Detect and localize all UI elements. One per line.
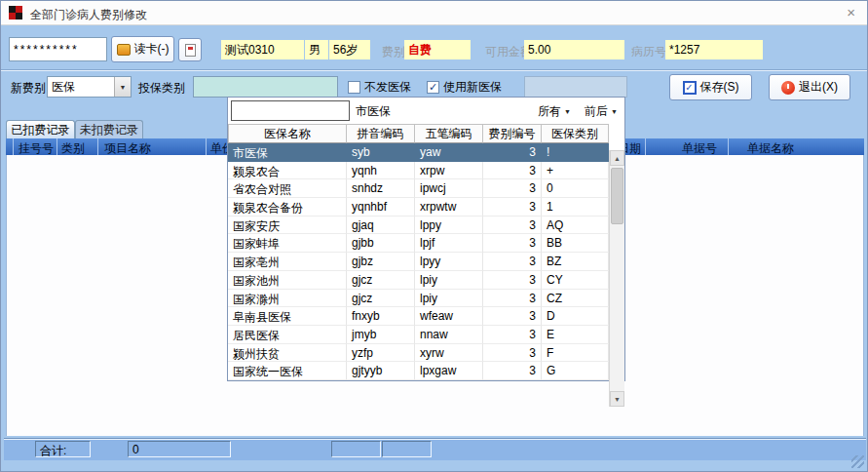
- resize-grip[interactable]: [851, 455, 864, 468]
- insurance-cell: ipwcj: [415, 179, 483, 198]
- save-label: 保存(S): [700, 79, 739, 96]
- total-label: 合计:: [35, 441, 91, 457]
- insurance-table: 医保名称 拼音编码 五笔编码 费别编号 医保类别 市医保sybyaw3!颍泉农合…: [228, 124, 624, 380]
- checkbox-box: ✓: [427, 81, 439, 94]
- patient-gender-field: 男: [305, 40, 328, 59]
- insurance-cell: CY: [542, 271, 609, 290]
- record-no-value: *1257: [665, 40, 763, 59]
- chevron-down-icon: ▼: [564, 108, 571, 115]
- use-new-insurance-checkbox[interactable]: ✓ 使用新医保: [427, 79, 502, 96]
- header-wubi-code: 五笔编码: [415, 124, 483, 143]
- insurance-cell: 国家统一医保: [228, 362, 347, 380]
- insure-type-label: 投保类别: [138, 80, 185, 97]
- insurance-cell: 国家蚌埠: [228, 234, 347, 253]
- insurance-cell: snhdz: [347, 179, 415, 198]
- insurance-row[interactable]: 省农合对照snhdzipwcj30: [228, 179, 609, 198]
- insurance-cell: jmyb: [347, 326, 415, 344]
- insurance-row[interactable]: 国家池州gjczlpiy3CY: [228, 271, 609, 290]
- filter-all-dropdown[interactable]: 所有 ▼: [538, 103, 571, 120]
- insurance-row[interactable]: 颍泉农合备份yqnhbfxrpwtw31: [228, 198, 609, 216]
- insurance-cell: 省农合对照: [228, 179, 347, 198]
- insurance-cell: 3: [483, 271, 542, 290]
- insurance-cell: yqnh: [347, 162, 415, 180]
- insurance-cell: syb: [347, 143, 415, 162]
- footer-field-2: [382, 441, 432, 457]
- insurance-cell: yqnhbf: [347, 198, 415, 216]
- window-title: 全部门诊病人费别修改: [30, 7, 147, 23]
- insurance-cell: gjaq: [347, 216, 415, 235]
- insurance-cell: gjbb: [347, 234, 415, 253]
- insurance-cell: lpiy: [415, 271, 483, 290]
- insurance-row[interactable]: 居民医保jmybnnaw3E: [228, 326, 609, 344]
- insurance-cell: BZ: [542, 253, 609, 271]
- insurance-cell: lpxgaw: [415, 362, 483, 380]
- tab-undeducted-records[interactable]: 未扣费记录: [75, 120, 143, 138]
- insurance-row[interactable]: 国家安庆gjaqlppy3AQ: [228, 216, 609, 235]
- document-button[interactable]: [178, 38, 202, 61]
- scrollbar[interactable]: ▲ ▼: [609, 150, 624, 407]
- tab-deducted-records[interactable]: 已扣费记录: [6, 120, 75, 138]
- read-card-button[interactable]: 读卡(-): [111, 36, 174, 62]
- insurance-cell: lpiy: [415, 290, 483, 308]
- insurance-cell: 阜南县医保: [228, 307, 347, 326]
- insurance-row[interactable]: 颍州扶贫yzfpxyrw3F: [228, 344, 609, 363]
- insure-type-input[interactable]: [193, 76, 338, 98]
- save-button[interactable]: ✓ 保存(S): [669, 74, 752, 100]
- column-separator: [57, 138, 57, 155]
- exit-button[interactable]: 退出(X): [769, 74, 850, 100]
- insurance-row[interactable]: 市医保sybyaw3!: [228, 143, 609, 162]
- insurance-cell: 市医保: [228, 143, 347, 162]
- insurance-row[interactable]: 颍泉农合yqnhxrpw3+: [228, 162, 609, 180]
- close-icon[interactable]: ×: [847, 5, 855, 20]
- insurance-cell: AQ: [542, 216, 609, 235]
- insurance-row[interactable]: 国家蚌埠gjbblpjf3BB: [228, 234, 609, 253]
- insurance-row[interactable]: 国家亳州gjbzlpyy3BZ: [228, 253, 609, 271]
- scrollbar-thumb[interactable]: [611, 168, 623, 224]
- new-fee-combobox[interactable]: 医保 ▼: [47, 76, 132, 98]
- insurance-cell: 0: [542, 179, 609, 198]
- new-fee-label: 新费别: [11, 80, 46, 97]
- column-separator: [645, 138, 646, 155]
- scroll-down-icon[interactable]: ▼: [610, 391, 624, 407]
- card-reader-icon: [117, 44, 131, 56]
- insurance-cell: G: [542, 362, 609, 380]
- power-icon: [781, 81, 795, 95]
- no-send-insurance-checkbox[interactable]: 不发医保: [348, 79, 411, 96]
- footer-field-1: [331, 441, 381, 457]
- insurance-cell: 3: [483, 326, 542, 344]
- filter-order-dropdown[interactable]: 前后 ▼: [585, 103, 618, 120]
- header-pinyin-code: 拼音编码: [347, 124, 415, 143]
- insurance-row[interactable]: 阜南县医保fnxybwfeaw3D: [228, 307, 609, 326]
- insurance-cell: wfeaw: [415, 307, 483, 326]
- scroll-up-icon[interactable]: ▲: [610, 150, 624, 166]
- insurance-cell: 国家亳州: [228, 253, 347, 271]
- insurance-cell: 3: [483, 362, 542, 380]
- insurance-cell: 颍州扶贫: [228, 344, 347, 363]
- read-card-label: 读卡(-): [134, 41, 170, 58]
- chevron-down-icon: ▼: [114, 77, 131, 97]
- column-separator: [13, 138, 14, 155]
- insurance-cell: 3: [483, 253, 542, 271]
- patient-age-field: 56岁: [329, 40, 370, 59]
- page-icon: [185, 44, 196, 57]
- total-value: 0: [128, 441, 231, 457]
- insurance-cell: 3: [483, 307, 542, 326]
- insurance-cell: D: [542, 307, 609, 326]
- insurance-row[interactable]: 国家统一医保gjtyyblpxgaw3G: [228, 362, 609, 380]
- insurance-popup: 市医保 所有 ▼ 前后 ▼ 医保名称 拼音编码 五笔编码 费别编号 医保类别 市…: [227, 97, 625, 381]
- insurance-table-body: 市医保sybyaw3!颍泉农合yqnhxrpw3+省农合对照snhdzipwcj…: [228, 143, 609, 380]
- separator-line: [1, 69, 867, 71]
- insurance-cell: xrpwtw: [415, 198, 483, 216]
- insurance-cell: xrpw: [415, 162, 483, 180]
- insurance-search-input[interactable]: [231, 100, 350, 121]
- insurance-cell: 3: [483, 290, 542, 308]
- insurance-cell: 1: [542, 198, 609, 216]
- disabled-insurance-field: [524, 76, 627, 98]
- insurance-cell: fnxyb: [347, 307, 415, 326]
- insurance-row[interactable]: 国家滁州gjczlpiy3CZ: [228, 290, 609, 308]
- save-check-icon: ✓: [683, 81, 697, 95]
- filter-order-label: 前后: [585, 103, 608, 120]
- insurance-cell: BB: [542, 234, 609, 253]
- card-password-input[interactable]: [9, 37, 107, 61]
- insurance-cell: E: [542, 326, 609, 344]
